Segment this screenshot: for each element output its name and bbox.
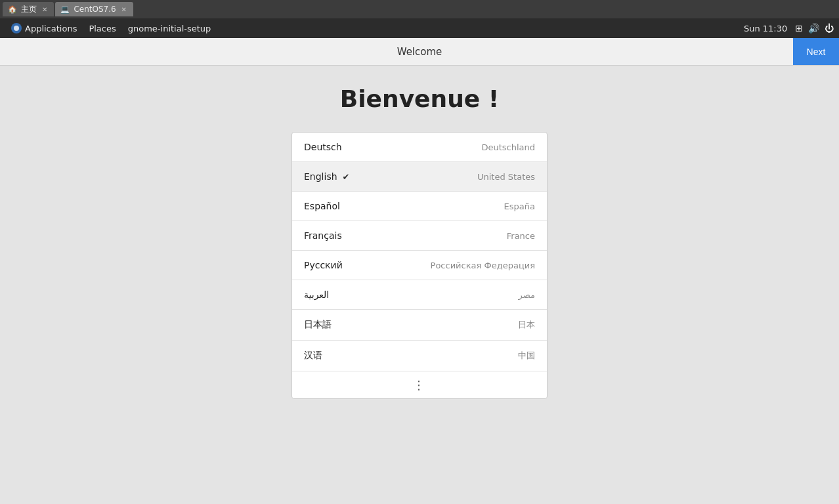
gnome-initial-setup-label: gnome-initial-setup [123, 22, 217, 35]
applications-menu[interactable]: Applications [5, 21, 82, 35]
lang-name-deutsch: Deutsch [304, 142, 481, 152]
network-icon[interactable]: ⊞ [795, 23, 803, 33]
lang-item-espanol[interactable]: Español España [292, 192, 547, 221]
app-header: Welcome Next [0, 38, 839, 66]
taskbar: 🏠 主页 ✕ 💻 CentOS7.6 ✕ [0, 0, 839, 18]
gnome-topbar-left: Applications Places gnome-initial-setup [5, 21, 216, 35]
lang-region-english: United States [477, 172, 535, 182]
lang-region-deutsch: Deutschland [481, 142, 535, 152]
centos-icon: 💻 [60, 5, 70, 14]
lang-item-chinese[interactable]: 汉语 中国 [292, 341, 547, 371]
tab-centos[interactable]: 💻 CentOS7.6 ✕ [55, 2, 133, 16]
lang-item-deutsch[interactable]: Deutsch Deutschland [292, 133, 547, 162]
lang-check-english: ✔ [343, 172, 350, 182]
tab-home-close[interactable]: ✕ [41, 5, 49, 14]
lang-name-english: English ✔ [304, 171, 477, 182]
lang-region-russian: Российская Федерация [431, 261, 535, 270]
system-tray: ⊞ 🔊 ⏻ [795, 23, 834, 33]
next-button[interactable]: Next [793, 38, 839, 65]
app-window: Welcome Next Bienvenue ! Deutsch Deutsch… [0, 38, 839, 504]
lang-item-arabic[interactable]: العربية مصر [292, 280, 547, 310]
lang-item-japanese[interactable]: 日本語 日本 [292, 310, 547, 341]
svg-point-1 [14, 26, 19, 31]
taskbar-tabs: 🏠 主页 ✕ 💻 CentOS7.6 ✕ [3, 0, 133, 18]
language-list: Deutsch Deutschland English ✔ United Sta… [291, 132, 548, 399]
lang-name-francais: Français [304, 230, 507, 241]
lang-name-russian: Русский [304, 260, 431, 270]
applications-label: Applications [25, 24, 77, 33]
gnome-topbar: Applications Places gnome-initial-setup … [0, 18, 839, 38]
lang-item-english[interactable]: English ✔ United States [292, 162, 547, 192]
gnome-logo-icon [11, 22, 22, 34]
more-languages-button[interactable]: ⋮ [292, 371, 547, 398]
lang-name-espanol: Español [304, 201, 504, 211]
home-icon: 🏠 [8, 5, 17, 14]
volume-icon[interactable]: 🔊 [808, 23, 819, 33]
more-icon: ⋮ [413, 378, 426, 392]
lang-item-russian[interactable]: Русский Российская Федерация [292, 251, 547, 280]
places-label: Places [89, 24, 116, 33]
gnome-topbar-right: Sun 11:30 ⊞ 🔊 ⏻ [744, 23, 834, 33]
tab-home-label: 主页 [21, 4, 37, 15]
welcome-heading: Bienvenue ! [340, 85, 499, 112]
lang-region-arabic: مصر [519, 290, 535, 300]
lang-region-francais: France [507, 231, 535, 241]
tab-centos-close[interactable]: ✕ [120, 5, 128, 14]
power-icon[interactable]: ⏻ [825, 23, 834, 33]
tab-home[interactable]: 🏠 主页 ✕ [3, 2, 54, 16]
tab-centos-label: CentOS7.6 [74, 5, 116, 14]
lang-region-chinese: 中国 [518, 350, 535, 362]
places-menu[interactable]: Places [83, 22, 121, 35]
lang-name-arabic: العربية [304, 289, 519, 300]
setup-label: gnome-initial-setup [128, 24, 211, 33]
system-time: Sun 11:30 [744, 24, 787, 33]
lang-name-chinese: 汉语 [304, 350, 518, 362]
app-header-title: Welcome [397, 46, 442, 58]
lang-name-japanese: 日本語 [304, 319, 518, 331]
main-content: Bienvenue ! Deutsch Deutschland English … [0, 66, 839, 504]
lang-item-francais[interactable]: Français France [292, 221, 547, 251]
lang-region-espanol: España [504, 201, 535, 211]
lang-region-japanese: 日本 [518, 319, 535, 331]
